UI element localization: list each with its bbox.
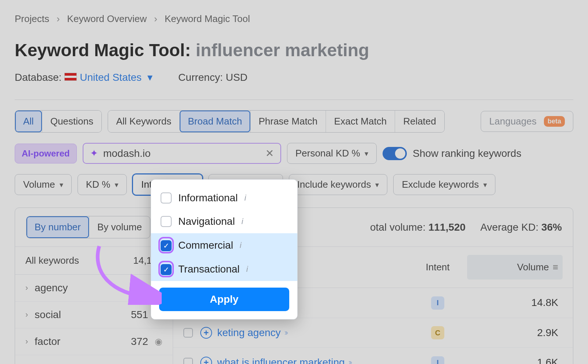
intent-option-transactional[interactable]: ✓ Transactional i (151, 257, 297, 281)
exclude-keywords-filter[interactable]: Exclude keywords▾ (393, 174, 495, 195)
apply-button[interactable]: Apply (159, 288, 289, 311)
domain-input-value: modash.io (103, 148, 260, 159)
personal-kd-filter[interactable]: Personal KD % ▾ (287, 143, 377, 164)
database-selector[interactable]: Database: United States ▾ (15, 71, 153, 83)
volume-cell: 1.6K (467, 357, 563, 364)
segment-all[interactable]: All (15, 111, 42, 132)
keyword-group-row[interactable]: › agency 780 ◉ (15, 275, 173, 302)
page-title-query: influencer marketing (196, 40, 369, 60)
chevron-down-icon: ▾ (375, 180, 379, 189)
intent-badge: I (431, 356, 444, 364)
volume-cell: 14.8K (467, 297, 563, 309)
row-checkbox[interactable] (183, 358, 193, 364)
info-icon[interactable]: i (240, 241, 241, 250)
chevron-right-icon: ›› (284, 328, 287, 338)
tab-by-number[interactable]: By number (26, 216, 89, 238)
intent-option-navigational[interactable]: Navigational i (151, 210, 297, 233)
row-checkbox[interactable] (183, 328, 193, 338)
segment-all-keywords[interactable]: All Keywords (108, 111, 179, 132)
currency-label: Currency: USD (178, 72, 247, 83)
checkbox[interactable] (161, 192, 172, 203)
chevron-right-icon: › (154, 13, 157, 25)
intent-option-informational[interactable]: Informational i (151, 186, 297, 210)
ai-powered-badge: AI-powered (15, 144, 77, 163)
us-flag-icon (64, 73, 77, 81)
show-ranking-label: Show ranking keywords (413, 148, 521, 159)
sort-tabs: By number By volume (26, 216, 150, 238)
column-intent[interactable]: Intent (408, 262, 467, 273)
segment-exact-match[interactable]: Exact Match (326, 111, 395, 132)
chevron-right-icon: ›› (348, 358, 351, 364)
intent-badge: C (431, 326, 444, 339)
chevron-right-icon: › (25, 337, 28, 346)
segment-related[interactable]: Related (395, 111, 444, 132)
tab-by-volume[interactable]: By volume (89, 216, 150, 238)
keyword-link[interactable]: what is influencer marketing (217, 357, 345, 364)
chevron-down-icon: ▾ (60, 180, 63, 189)
chevron-right-icon: › (25, 283, 28, 293)
kd-filter[interactable]: KD %▾ (78, 174, 127, 195)
checkbox-checked[interactable]: ✓ (161, 264, 172, 275)
page-title: Keyword Magic Tool: influencer marketing (15, 40, 573, 60)
sparkle-icon: ✦ (90, 148, 98, 159)
sort-desc-icon: ≡ (553, 262, 558, 273)
info-icon[interactable]: i (246, 264, 248, 274)
segment-questions[interactable]: Questions (42, 111, 101, 132)
chevron-down-icon: ▾ (365, 149, 368, 158)
show-ranking-toggle[interactable] (383, 147, 407, 160)
keyword-result-row[interactable]: + what is influencer marketing ›› I 1.6K (173, 348, 573, 364)
column-volume[interactable]: Volume ≡ (467, 255, 563, 280)
languages-filter[interactable]: Languages beta (481, 111, 573, 132)
chevron-down-icon: ▾ (115, 180, 118, 189)
beta-badge: beta (544, 116, 565, 127)
chevron-right-icon: › (25, 310, 28, 320)
crumb-keyword-magic-tool[interactable]: Keyword Magic Tool (165, 13, 250, 25)
sidebar-all-keywords[interactable]: All keywords (25, 255, 79, 266)
segment-phrase-match[interactable]: Phrase Match (250, 111, 326, 132)
info-icon[interactable]: i (244, 193, 246, 203)
intent-dropdown: Informational i Navigational i ✓ Commerc… (151, 179, 298, 320)
domain-input[interactable]: ✦ modash.io ✕ (83, 143, 281, 164)
crumb-keyword-overview[interactable]: Keyword Overview (67, 13, 147, 25)
chevron-down-icon: ▾ (147, 71, 153, 83)
chevron-down-icon: ▾ (483, 180, 487, 189)
add-keyword-icon[interactable]: + (200, 327, 212, 339)
breadcrumb: Projects › Keyword Overview › Keyword Ma… (15, 13, 573, 25)
keyword-group-row[interactable]: › factor 372 ◉ (15, 328, 173, 355)
panel-stats: otal volume: 111,520 Average KD: 36% (370, 221, 562, 233)
checkbox-checked[interactable]: ✓ (161, 240, 172, 251)
match-type-segments: All Keywords Broad Match Phrase Match Ex… (108, 110, 445, 133)
volume-cell: 2.9K (467, 327, 563, 339)
add-keyword-icon[interactable]: + (200, 357, 212, 364)
clear-icon[interactable]: ✕ (265, 147, 274, 159)
intent-badge: I (431, 296, 444, 310)
checkbox[interactable] (161, 216, 172, 227)
info-icon[interactable]: i (241, 217, 243, 226)
segment-broad-match[interactable]: Broad Match (179, 111, 250, 132)
keyword-result-row[interactable]: + keting agency ›› C 2.9K (173, 318, 573, 348)
keyword-link[interactable]: keting agency (217, 327, 281, 339)
chevron-right-icon: › (57, 13, 60, 25)
volume-filter[interactable]: Volume▾ (15, 174, 72, 195)
eye-icon[interactable]: ◉ (155, 336, 162, 347)
intent-option-commercial[interactable]: ✓ Commercial i (151, 233, 297, 257)
keyword-mode-segments: All Questions (15, 110, 102, 133)
keyword-groups-sidebar: All keywords 14,108 › agency 780 ◉ › soc… (15, 247, 173, 364)
keyword-group-row[interactable]: › social 551 ◉ (15, 302, 173, 328)
include-keywords-filter[interactable]: Include keywords▾ (289, 174, 388, 195)
crumb-projects[interactable]: Projects (15, 13, 49, 25)
